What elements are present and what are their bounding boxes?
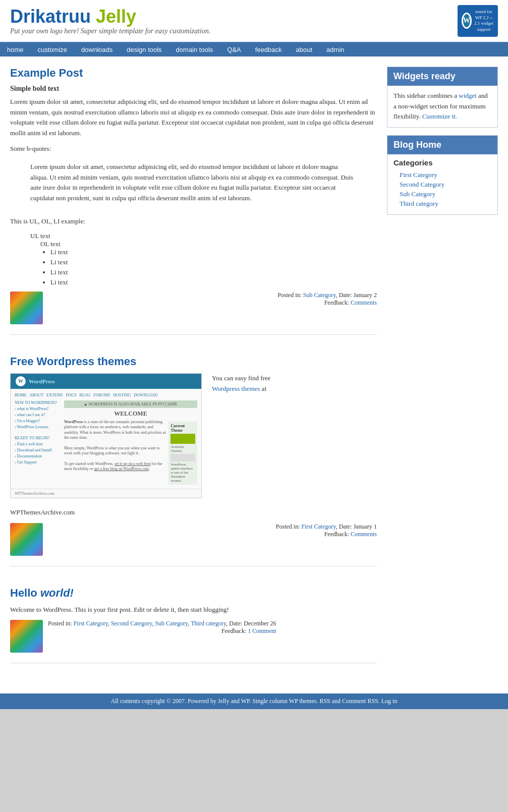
wp-sidebar-link: › what is WordPress?: [15, 407, 60, 411]
feedback-label-2: Feedback:: [324, 531, 351, 538]
wp-logo-badge: W: [462, 13, 472, 29]
site-title: Drikatruu Jelly: [10, 6, 210, 27]
wp-nav-blog: BLOG: [79, 393, 90, 397]
post-meta-text-hello: Posted in: First Category, Second Catego…: [48, 620, 276, 635]
sidebar-cat-second[interactable]: Second Category: [400, 181, 444, 188]
post-cat-second[interactable]: Second Category: [111, 620, 152, 627]
nav-feedback[interactable]: feedback: [248, 43, 289, 56]
nav-customize[interactable]: customize: [31, 43, 75, 56]
blockquote: Lorem ipsum dolor sit amet, consectetur …: [25, 159, 362, 211]
hello-comment-link[interactable]: 1 Comment: [248, 627, 276, 634]
wp-sidebar-item: READY TO BEGIN?: [15, 436, 60, 440]
wp-screenshot-body: HOME ABOUT EXTEND DOCS BLOG FORUMS HOSTI…: [11, 389, 201, 489]
post-cat-third[interactable]: Third category: [191, 620, 226, 627]
nav-qa[interactable]: Q&A: [220, 43, 248, 56]
footer: All contents copyright © 2007. Powered b…: [0, 693, 508, 709]
list-item: Li text: [50, 268, 377, 276]
wp-sidebar-link: › Download and Install: [15, 448, 60, 452]
sidebar-widgets-box: Widgets ready This sidebar combines a wi…: [387, 67, 498, 128]
post-meta-wp: Posted in: First Category, Date: January…: [10, 523, 377, 556]
site-tagline: Put your own logo here! Super simple tem…: [10, 27, 210, 35]
wp-screenshot-header: W WordPress: [11, 374, 201, 389]
post-wp-themes: Free Wordpress themes W WordPress HOME A…: [10, 355, 377, 566]
widget-link[interactable]: widget: [459, 92, 476, 99]
wp-themes-preview: Current Theme Available Themes WordPress…: [168, 420, 197, 485]
post-example: Example Post Simple bold text Lorem ipsu…: [10, 67, 377, 335]
post-cat-sub[interactable]: Sub Category: [155, 620, 188, 627]
post-category-link[interactable]: Sub Category: [303, 292, 336, 299]
wp-sidebar-link: › what can I use it?: [15, 413, 60, 417]
list-item: First Category: [400, 171, 491, 179]
post-date-2: , Date: January 1: [336, 523, 377, 530]
wp-available-notice: ▲ WORDPRESS IS ALSO AVAILABLE IN РУССКИЙ…: [64, 400, 197, 408]
post-para1: Lorem ipsum dolor sit amet, consectetur …: [10, 97, 377, 139]
post-meta-text-2: Posted in: First Category, Date: January…: [48, 523, 377, 538]
sidebar: Widgets ready This sidebar combines a wi…: [387, 67, 498, 684]
sidebar-cat-third[interactable]: Third category: [400, 200, 438, 207]
badge-text: tested for WP 2.2 + 2.1 widget support: [474, 9, 494, 33]
wp-nav-hosting: HOSTING: [113, 393, 131, 397]
sidebar-categories-title: Categories: [387, 154, 497, 169]
wp-wordmark: WordPress: [29, 378, 55, 384]
wp-sidebar-link: › Find a web host: [15, 442, 60, 446]
sidebar-widgets-title: Widgets ready: [387, 67, 497, 86]
ul-text: UL text: [30, 232, 377, 240]
customize-link[interactable]: Customize it.: [422, 112, 457, 120]
nav-design-tools[interactable]: design tools: [120, 43, 168, 56]
post-cat-first[interactable]: First Category: [74, 620, 108, 627]
sidebar-cat-first[interactable]: First Category: [400, 171, 437, 179]
wp-nav-forums: FORUMS: [93, 393, 110, 397]
post-meta-hello: Posted in: First Category, Second Catego…: [10, 620, 377, 653]
wp-theme-preview: [171, 454, 195, 461]
wp-screenshot-nav: HOME ABOUT EXTEND DOCS BLOG FORUMS HOSTI…: [15, 393, 197, 397]
post-category-link-2[interactable]: First Category: [301, 523, 335, 530]
nav-admin[interactable]: admin: [319, 43, 351, 56]
wp-sidebar-link: › I'm a blogger?: [15, 419, 60, 423]
wp-sidebar-link: › Documentation: [15, 454, 60, 458]
wp-nav-docs: DOCS: [66, 393, 76, 397]
ol-text: OL text: [40, 240, 377, 248]
wp-theme-name: Available Themes: [171, 445, 195, 453]
feedback-label: Feedback:: [324, 299, 351, 306]
nav-downloads[interactable]: downloads: [74, 43, 120, 56]
content-area: Example Post Simple bold text Lorem ipsu…: [10, 67, 387, 684]
list-item: Li text: [50, 258, 377, 266]
post-hello: Hello world! Welcome to WordPress. This …: [10, 587, 377, 664]
wp-sidebar-item: NEW TO WORDPRESS?: [15, 400, 60, 405]
wp-sidebar-link: › WordPress Lessons: [15, 425, 60, 429]
wp-theme-swatch: [171, 434, 195, 444]
wp-description-text: You can easy find free Wordpress themes …: [212, 373, 272, 502]
wp-archive-label: WPThemesArchive.com: [10, 507, 377, 518]
wp-screenshot-main: ▲ WORDPRESS IS ALSO AVAILABLE IN РУССКИЙ…: [64, 400, 197, 485]
feedback-label-hello: Feedback:: [221, 627, 248, 634]
b-quotes-label: Some b-quotes:: [10, 144, 377, 154]
sidebar-cat-sub[interactable]: Sub Category: [400, 190, 435, 198]
post-title-wp: Free Wordpress themes: [10, 355, 377, 368]
sidebar-blog-home-title: Blog Home: [387, 136, 497, 154]
header: Drikatruu Jelly Put your own logo here! …: [0, 0, 508, 43]
posted-in-label-hello: Posted in:: [48, 620, 74, 627]
wp-themes-link[interactable]: Wordpress themes: [212, 385, 260, 392]
ul-ol-label: This is UL, OL, LI example:: [10, 216, 377, 227]
list-item: Li text: [50, 248, 377, 256]
list-item: Li text: [50, 278, 377, 286]
sidebar-widgets-content: This sidebar combines a widget and a non…: [387, 86, 497, 127]
wp-nav-extend: EXTEND: [46, 393, 63, 397]
post-title-hello: Hello world!: [10, 587, 377, 600]
nav-about[interactable]: about: [289, 43, 320, 56]
wp-badge: W tested for WP 2.2 + 2.1 widget support: [458, 5, 498, 37]
wp-logo-sm: W: [16, 376, 26, 386]
wp-nav-download: DOWNLOAD: [134, 393, 157, 397]
li-list: Li text Li text Li text Li text: [50, 248, 377, 286]
list-item: Sub Category: [400, 190, 491, 198]
wp-main-text: WordPress is a state-of-the-art semantic…: [64, 420, 166, 485]
list-item: Third category: [400, 200, 491, 208]
nav-domain-tools[interactable]: domain tools: [169, 43, 220, 56]
nav-home[interactable]: home: [0, 43, 31, 56]
widgets-text: This sidebar combines a: [393, 92, 457, 99]
comments-link[interactable]: Comments: [351, 299, 377, 306]
logo: Drikatruu Jelly Put your own logo here! …: [10, 6, 210, 35]
sidebar-blog-home-box: Blog Home Categories First Category Seco…: [387, 135, 498, 215]
comments-link-2[interactable]: Comments: [351, 531, 377, 538]
post-date: , Date: January 2: [336, 292, 377, 299]
